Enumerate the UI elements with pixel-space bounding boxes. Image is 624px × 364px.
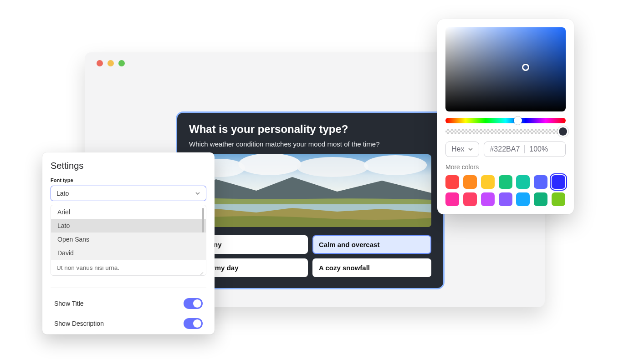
color-swatch[interactable] <box>552 192 565 206</box>
font-type-label: Font type <box>51 177 206 183</box>
font-option[interactable]: Lato <box>51 219 206 233</box>
color-swatch[interactable] <box>552 175 565 189</box>
color-swatch[interactable] <box>481 192 495 206</box>
hue-thumb-icon[interactable] <box>514 116 522 125</box>
swatch-grid <box>445 175 566 206</box>
color-mode-value: Hex <box>451 145 464 153</box>
font-option[interactable]: Ariel <box>51 205 206 219</box>
color-swatch[interactable] <box>463 192 477 206</box>
color-swatch[interactable] <box>481 175 495 189</box>
color-swatch[interactable] <box>463 175 477 189</box>
text-input[interactable]: Ut non varius nisi urna. <box>51 260 206 275</box>
color-mode-select[interactable]: Hex <box>445 142 479 157</box>
color-swatch[interactable] <box>499 175 512 189</box>
saturation-value-area[interactable] <box>445 27 566 111</box>
color-swatch[interactable] <box>516 175 530 189</box>
quiz-card: What is your personality type? Which wea… <box>176 111 445 289</box>
close-window-icon[interactable] <box>97 60 103 66</box>
minimize-window-icon[interactable] <box>107 60 114 66</box>
color-swatch[interactable] <box>534 175 547 189</box>
color-swatch[interactable] <box>499 192 512 206</box>
hex-input[interactable]: #322BA7 100% <box>484 142 566 157</box>
alpha-slider[interactable] <box>445 129 566 134</box>
settings-title: Settings <box>51 161 206 171</box>
quiz-title: What is your personality type? <box>189 123 431 136</box>
font-option[interactable]: Open Sans <box>51 233 206 246</box>
svg-point-4 <box>364 155 427 175</box>
font-option[interactable]: David <box>51 246 206 260</box>
quiz-option[interactable]: A cozy snowfall <box>312 258 431 277</box>
divider <box>524 145 525 153</box>
scrollbar[interactable] <box>202 208 204 233</box>
svg-point-2 <box>238 154 301 175</box>
quiz-options: d sunny Calm and overcast A stormy day A… <box>189 235 431 277</box>
font-select[interactable]: Lato <box>51 186 206 201</box>
sv-cursor-icon[interactable] <box>522 64 529 71</box>
show-title-row: Show Title <box>51 293 206 313</box>
color-picker-panel: Hex #322BA7 100% More colors <box>437 19 574 214</box>
show-description-toggle[interactable] <box>184 318 203 329</box>
hex-value: #322BA7 <box>490 145 520 153</box>
text-input-value: Ut non varius nisi urna. <box>56 264 119 271</box>
font-dropdown: Ariel Lato Open Sans David Ut non varius… <box>51 205 206 276</box>
color-swatch[interactable] <box>534 192 547 206</box>
chevron-down-icon <box>468 147 473 152</box>
color-swatch[interactable] <box>516 192 530 206</box>
more-colors-label: More colors <box>445 163 566 171</box>
alpha-thumb-icon[interactable] <box>559 127 567 136</box>
font-select-value: Lato <box>56 190 69 197</box>
quiz-option[interactable]: Calm and overcast <box>312 235 431 254</box>
color-swatch[interactable] <box>445 192 459 206</box>
svg-point-3 <box>297 157 368 177</box>
show-description-label: Show Description <box>54 320 104 327</box>
settings-panel: Settings Font type Lato Ariel Lato Open … <box>42 152 215 334</box>
show-title-label: Show Title <box>54 300 84 307</box>
chevron-down-icon <box>195 191 200 196</box>
resize-handle-icon[interactable] <box>199 269 203 273</box>
color-swatch[interactable] <box>445 175 459 189</box>
hue-slider[interactable] <box>445 118 566 123</box>
maximize-window-icon[interactable] <box>118 60 125 66</box>
quiz-subtitle: Which weather condition matches your moo… <box>189 140 431 148</box>
show-description-row: Show Description <box>51 313 206 334</box>
divider <box>51 288 206 288</box>
alpha-value: 100% <box>529 145 548 153</box>
show-title-toggle[interactable] <box>184 298 203 309</box>
quiz-image <box>189 154 431 227</box>
